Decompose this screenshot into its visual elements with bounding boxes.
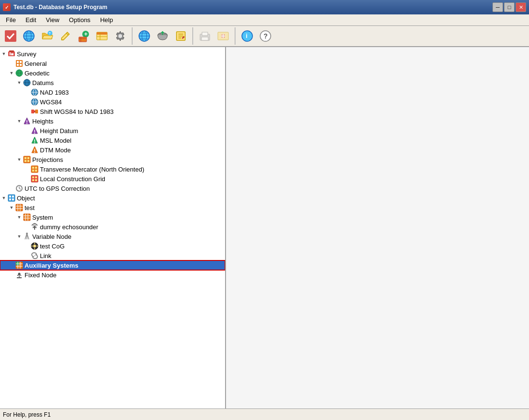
tree-label-auxsystems: Auxiliary Systems [25, 262, 78, 269]
toolbar-edit[interactable] [57, 27, 74, 45]
expander-survey[interactable]: ▼ [0, 50, 8, 58]
svg-rect-83 [25, 157, 26, 159]
tree-node-wgs84[interactable]: WGS84 [0, 97, 225, 107]
tree-node-dummyecho[interactable]: dummy echosounder [0, 222, 225, 232]
tree-label-datums: Datums [32, 79, 54, 86]
expander-heights[interactable]: ▼ [15, 117, 23, 125]
node-icon-datums [23, 79, 31, 86]
right-panel [226, 47, 529, 408]
node-icon-general [15, 60, 23, 67]
svg-rect-49 [17, 64, 19, 66]
menu-edit[interactable]: Edit [22, 15, 40, 25]
svg-line-129 [34, 255, 36, 257]
tree-node-system[interactable]: ▼ System [0, 212, 225, 222]
svg-rect-93 [32, 176, 34, 178]
toolbar-globe[interactable] [20, 27, 38, 45]
toolbar-open[interactable]: ? [38, 27, 56, 45]
menu-view[interactable]: View [42, 15, 63, 25]
tree-label-projections: Projections [32, 156, 63, 163]
tree-label-general: General [25, 60, 47, 67]
toolbar-import[interactable] [154, 27, 171, 45]
title-bar: ✓ Test.db - Database Setup Program ─ □ ✕ [0, 0, 529, 14]
tree-node-dtmmode[interactable]: DTM Mode [0, 145, 225, 155]
expander-datums[interactable]: ▼ [15, 79, 23, 86]
tree-node-projections[interactable]: ▼ Projections [0, 155, 225, 164]
toolbar-add[interactable]: + [75, 27, 92, 45]
tree-node-test[interactable]: ▼ test [0, 203, 225, 212]
svg-rect-47 [17, 61, 19, 63]
tree-node-mslmodel[interactable]: MSL Model [0, 136, 225, 145]
tree-node-variablenode[interactable]: ▼ Variable Node [0, 232, 225, 241]
tree-label-test: test [25, 204, 35, 211]
toolbar-print[interactable] [196, 27, 214, 45]
toolbar-info[interactable]: i [239, 27, 256, 45]
tree-label-dtmmode: DTM Mode [40, 147, 71, 154]
tree-node-utcgps[interactable]: UTC to GPS Correction [0, 184, 225, 193]
expander-object[interactable]: ▼ [0, 194, 8, 202]
tree-label-system: System [32, 214, 53, 221]
expander-projections[interactable]: ▼ [15, 156, 23, 163]
status-bar: For Help, press F1 [0, 408, 529, 420]
maximize-button[interactable]: □ [504, 2, 515, 12]
tree-node-general[interactable]: General [0, 59, 225, 68]
node-icon-shift [31, 108, 38, 115]
svg-rect-32 [202, 32, 208, 36]
svg-rect-101 [9, 196, 11, 198]
expander-geodetic[interactable]: ▼ [8, 69, 15, 77]
tree-panel[interactable]: ▼ Survey [0, 47, 226, 408]
tree-node-datums[interactable]: ▼ Datums [0, 78, 225, 87]
tree-label-localconstruction: Local Construction Grid [40, 175, 105, 183]
tree-node-geodetic[interactable]: ▼ Geodetic [0, 68, 225, 78]
tree-node-survey[interactable]: ▼ Survey [0, 49, 225, 59]
close-button[interactable]: ✕ [516, 2, 526, 12]
node-icon-dtmmode [31, 146, 38, 154]
toolbar-separator-3 [235, 27, 236, 45]
toolbar-network[interactable] [136, 27, 153, 45]
svg-rect-33 [202, 37, 208, 40]
toolbar-help[interactable]: ? [257, 27, 274, 45]
expander-system[interactable]: ▼ [15, 213, 23, 221]
tree-node-transverse[interactable]: Transverse Mercator (North Oriented) [0, 164, 225, 174]
tree-label-variablenode: Variable Node [32, 233, 71, 240]
expander-test[interactable]: ▼ [8, 204, 15, 211]
menu-options[interactable]: Options [65, 15, 94, 25]
toolbar-database[interactable] [93, 27, 111, 45]
minimize-button[interactable]: ─ [492, 2, 503, 12]
menu-file[interactable]: File [2, 15, 20, 25]
expander-variablenode[interactable]: ▼ [15, 233, 23, 240]
tree-label-transverse: Transverse Mercator (North Oriented) [40, 166, 144, 173]
toolbar-export[interactable] [214, 27, 232, 45]
node-icon-heights [23, 117, 31, 125]
svg-point-75 [34, 133, 35, 134]
tree-node-heightdatum[interactable]: Height Datum [0, 126, 225, 136]
toolbar-edit2[interactable] [172, 27, 189, 45]
node-icon-nad1983 [31, 88, 38, 96]
svg-text:?: ? [264, 32, 268, 40]
svg-point-124 [33, 245, 36, 247]
tree-node-auxsystems[interactable]: Auxiliary Systems [0, 260, 225, 270]
toolbar-save[interactable] [2, 27, 19, 45]
tree-node-heights[interactable]: ▼ Heights [0, 116, 225, 126]
tree-node-fixednode[interactable]: Fixed Node [0, 270, 225, 280]
menu-help[interactable]: Help [96, 15, 117, 25]
svg-point-78 [34, 142, 35, 143]
toolbar-settings[interactable] [112, 27, 129, 45]
svg-rect-86 [27, 160, 29, 162]
node-icon-mslmodel [31, 136, 38, 144]
tree-node-localconstruction[interactable]: Local Construction Grid [0, 174, 225, 184]
node-icon-variablenode [23, 233, 31, 240]
title-bar-left: ✓ Test.db - Database Setup Program [3, 3, 107, 11]
expander-testcog [23, 242, 31, 250]
svg-rect-89 [35, 167, 37, 169]
svg-rect-96 [35, 179, 37, 181]
tree-node-testcog[interactable]: test CoG [0, 241, 225, 251]
expander-mslmodel [23, 136, 31, 144]
svg-point-72 [26, 123, 27, 124]
tree-node-shift[interactable]: Shift WGS84 to NAD 1983 [0, 107, 225, 116]
toolbar-separator-2 [192, 27, 193, 45]
tree-label-wgs84: WGS84 [40, 99, 62, 106]
node-icon-survey [8, 50, 15, 58]
tree-node-link[interactable]: Link [0, 251, 225, 260]
tree-node-object[interactable]: ▼ Object [0, 193, 225, 203]
tree-node-nad1983[interactable]: NAD 1983 [0, 87, 225, 97]
